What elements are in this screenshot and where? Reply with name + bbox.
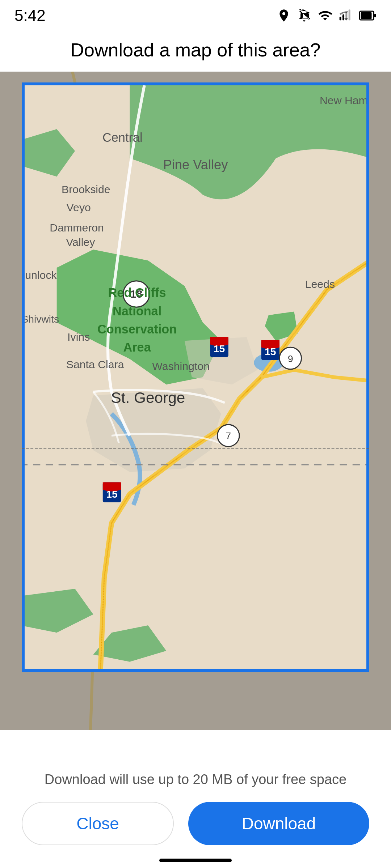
svg-rect-3 — [349, 9, 350, 20]
svg-text:St. George: St. George — [111, 389, 185, 406]
svg-text:Leeds: Leeds — [305, 278, 335, 290]
map-highlighted-area[interactable]: 18 15 9 7 15 15 Central Pine Valley Broo… — [22, 82, 369, 672]
svg-text:Veyo: Veyo — [67, 201, 91, 213]
svg-text:Area: Area — [123, 340, 151, 354]
download-button[interactable]: Download — [188, 802, 369, 845]
svg-text:National: National — [113, 304, 161, 318]
svg-text:9: 9 — [288, 353, 293, 364]
map-area: 18 15 9 7 15 15 Central Pine Valley Broo… — [0, 72, 391, 730]
svg-text:Shivwits: Shivwits — [25, 313, 59, 325]
wifi-icon — [317, 8, 333, 23]
dialog-title: Download a map of this area? — [0, 28, 391, 72]
svg-text:Gunlock: Gunlock — [25, 269, 57, 281]
svg-text:Valley: Valley — [66, 236, 95, 248]
svg-rect-1 — [342, 14, 344, 21]
svg-rect-5 — [361, 12, 372, 19]
location-icon — [277, 8, 291, 23]
svg-text:15: 15 — [106, 488, 117, 500]
footer: Download will use up to 20 MB of your fr… — [0, 756, 391, 868]
svg-text:Red Cliffs: Red Cliffs — [108, 286, 166, 299]
map-detail-svg: 18 15 9 7 15 15 Central Pine Valley Broo… — [25, 85, 366, 669]
home-indicator — [159, 859, 232, 862]
svg-text:Conservation: Conservation — [97, 322, 177, 336]
close-button[interactable]: Close — [22, 802, 174, 845]
status-bar: 5:42 — [0, 0, 391, 28]
svg-text:Washington: Washington — [152, 360, 210, 372]
svg-text:15: 15 — [265, 346, 276, 357]
svg-rect-2 — [345, 12, 347, 20]
button-row: Close Download — [22, 802, 369, 845]
svg-text:Santa Clara: Santa Clara — [66, 358, 124, 370]
status-time: 5:42 — [14, 7, 46, 25]
svg-text:Pine Valley: Pine Valley — [163, 157, 228, 172]
battery-icon — [359, 8, 377, 23]
svg-text:Ivins: Ivins — [67, 331, 90, 343]
svg-rect-0 — [340, 17, 341, 20]
svg-text:Central: Central — [102, 131, 143, 144]
map-overlay-left — [0, 72, 22, 730]
map-overlay-top — [22, 72, 369, 82]
svg-text:Brookside: Brookside — [62, 183, 110, 195]
dialog-title-text: Download a map of this area? — [71, 39, 321, 60]
svg-text:New Ham: New Ham — [320, 94, 366, 106]
map-overlay-right — [369, 72, 391, 730]
svg-text:Dammeron: Dammeron — [50, 222, 104, 234]
svg-rect-6 — [374, 14, 376, 17]
status-icons — [277, 8, 377, 23]
signal-icon — [339, 8, 353, 23]
map-overlay-bottom — [22, 672, 369, 730]
storage-info-text: Download will use up to 20 MB of your fr… — [45, 772, 346, 787]
svg-text:15: 15 — [214, 343, 225, 354]
notifications-off-icon — [297, 8, 311, 23]
svg-text:7: 7 — [226, 430, 231, 441]
